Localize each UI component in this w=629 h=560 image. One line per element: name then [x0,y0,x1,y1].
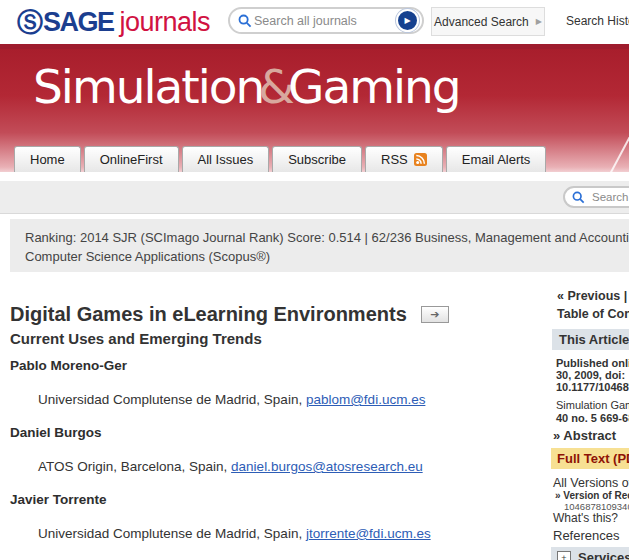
sage-circle-s-icon: Ⓢ [17,7,43,37]
abstract-link[interactable]: » Abstract [553,428,616,443]
sage-journals-logo[interactable]: ⓈSAGEjournals [17,5,210,40]
whats-this-link[interactable]: What's this? [553,511,618,525]
affiliation-text: Universidad Complutense de Madrid, Spain… [38,392,306,407]
article-title: Digital Games in eLearning Environments➔ [10,303,449,326]
banner-diagonal-decoration [608,112,629,172]
author-email-link[interactable]: jtorrente@fdi.ucm.es [306,526,431,541]
ranking-line-2: Computer Science Applications (Scopus®) [25,247,629,266]
search-history-link[interactable]: Search History [566,14,629,28]
advanced-search-button[interactable]: Advanced Search ▶ [431,7,545,36]
author-affiliation: ATOS Origin, Barcelona, Spain, daniel.bu… [38,459,423,474]
affiliation-text: ATOS Origin, Barcelona, Spain, [38,459,231,474]
citation-info: Simulation Gaming October 2009 vol. 40 n… [556,399,629,424]
author-name: Daniel Burgos [10,425,102,440]
author-affiliation: Universidad Complutense de Madrid, Spain… [38,526,431,541]
citation-line: Simulation Gaming October 2009 vol. [556,399,629,412]
published-line: 30, 2009, doi: [556,369,629,381]
citation-line: 40 no. 5 669-687 [556,412,629,425]
tab-email-alerts[interactable]: Email Alerts [446,146,547,172]
page: ⓈSAGEjournals ▶ Advanced Search ▶ Search… [0,0,629,560]
article-title-text: Digital Games in eLearning Environments [10,303,407,325]
author-email-link[interactable]: pablom@fdi.ucm.es [306,392,426,407]
search-go-button[interactable]: ▶ [396,9,419,32]
next-section-arrow-button[interactable]: ➔ [421,306,449,323]
published-info: Published online before print July 30, 2… [556,357,629,393]
author-name: Javier Torrente [10,492,107,507]
journal-banner: Simulation&Gaming Home OnlineFirst All I… [0,49,629,172]
affiliation-text: Universidad Complutense de Madrid, Spain… [38,526,306,541]
journal-title-left: Simulation [33,59,263,114]
tab-all-issues[interactable]: All Issues [182,146,270,172]
author-affiliation: Universidad Complutense de Madrid, Spain… [38,392,425,407]
search-icon [238,14,252,28]
search-icon [572,191,585,204]
journal-search-input[interactable] [590,190,629,204]
references-link[interactable]: References [553,528,619,543]
full-text-pdf-link[interactable]: Full Text (PDF) [551,448,629,469]
tab-onlinefirst[interactable]: OnlineFirst [84,146,179,172]
tab-rss-label: RSS [381,152,408,167]
tab-rss[interactable]: RSS [365,146,443,172]
author-name: Pablo Moreno-Ger [10,358,127,373]
published-line: Published online before print July [556,357,629,369]
search-all-journals-input[interactable] [252,13,396,29]
tab-home[interactable]: Home [14,146,81,172]
this-article-section-header: This Article [552,329,629,350]
author-email-link[interactable]: daniel.burgos@atosresearch.eu [231,459,423,474]
search-all-journals-box: ▶ [228,7,424,34]
all-versions-label: All Versions of this Article: [553,476,629,490]
ranking-line-1: Ranking: 2014 SJR (SCImago Journal Rank)… [25,228,629,247]
version-of-record-link[interactable]: » Version of Record - Jul 30, 2009 [555,490,629,501]
top-header: ⓈSAGEjournals ▶ Advanced Search ▶ Search… [0,0,629,44]
tab-subscribe[interactable]: Subscribe [272,146,362,172]
rss-icon [414,153,427,166]
journal-toolbar [0,181,629,214]
article-subtitle: Current Uses and Emerging Trends [10,330,262,347]
expand-plus-icon: + [557,551,571,560]
published-line: 10.1177/1046878109340294 [556,381,629,393]
journal-title: Simulation&Gaming [33,59,460,114]
journals-logo-text: journals [120,7,211,37]
prev-next-article-link[interactable]: « Previous | Next Article » [557,289,629,303]
ranking-banner: Ranking: 2014 SJR (SCImago Journal Rank)… [10,219,629,272]
table-of-contents-link[interactable]: Table of Contents [557,307,629,321]
journal-search-box [563,186,629,208]
sage-logo-text: SAGE [43,7,114,37]
advanced-search-label: Advanced Search [434,15,529,29]
services-section-toggle[interactable]: + Services [551,547,629,560]
chevron-right-icon: ▶ [536,17,542,26]
journal-nav-tabs: Home OnlineFirst All Issues Subscribe RS… [14,146,546,172]
services-label: Services [578,550,629,560]
journal-title-right: Gaming [288,59,460,114]
